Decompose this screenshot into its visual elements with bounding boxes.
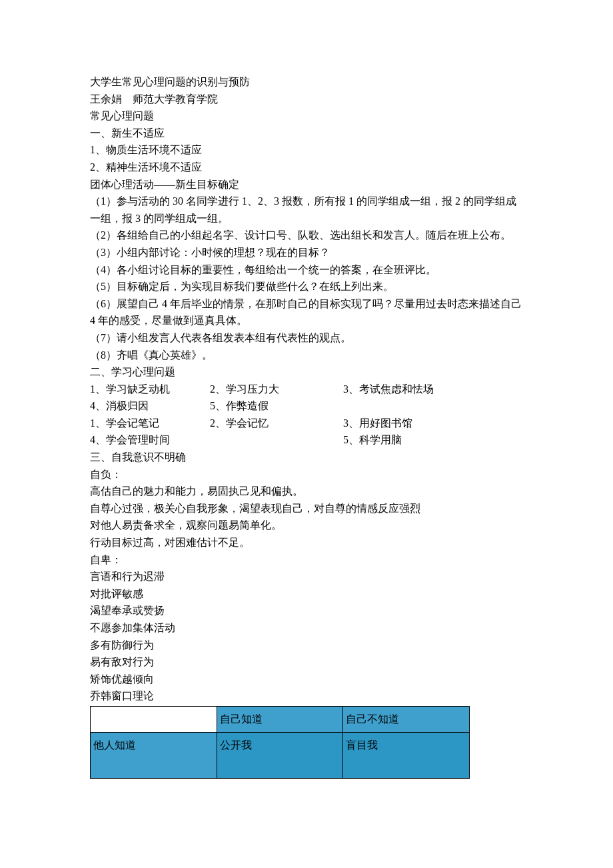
section-common: 常见心理问题 — [90, 107, 523, 125]
activity-step-4: （4）各小组讨论目标的重要性，每组给出一个统一的答案，在全班评比。 — [90, 261, 523, 279]
conceit-point-1: 高估自己的魅力和能力，易固执己见和偏执。 — [90, 483, 523, 500]
s2-r3-b: 2、学会记忆 — [210, 415, 343, 432]
section-2-heading: 二、学习心理问题 — [90, 363, 523, 381]
inferior-point-4: 不愿参加集体活动 — [90, 619, 523, 637]
s2-r1-b: 2、学习压力大 — [210, 381, 343, 398]
conceit-point-2: 自尊心过强，极关心自我形象，渴望表现自己，对自尊的情感反应强烈 — [90, 500, 523, 517]
doc-title: 大学生常见心理问题的识别与预防 — [90, 73, 523, 91]
conceit-point-4: 行动目标过高，对困难估计不足。 — [90, 534, 523, 551]
inferior-point-2: 对批评敏感 — [90, 585, 523, 603]
johari-col-self-unknown: 自己不知道 — [343, 706, 470, 732]
johari-row-others-known: 他人知道 — [91, 732, 217, 778]
document-page: 大学生常见心理问题的识别与预防 王余娟 师范大学教育学院 常见心理问题 一、新生… — [0, 0, 613, 868]
johari-table: 自己知道 自己不知道 他人知道 公开我 盲目我 — [90, 706, 470, 779]
section-1-heading: 一、新生不适应 — [90, 125, 523, 142]
inferior-point-5: 多有防御行为 — [90, 637, 523, 654]
s2-r2-b: 5、作弊造假 — [210, 397, 343, 415]
johari-col-self-known: 自己知道 — [217, 706, 343, 732]
inferior-point-7: 矫饰优越倾向 — [90, 671, 523, 688]
s2-r3-c: 3、用好图书馆 — [343, 415, 523, 432]
activity-step-8: （8）齐唱《真心英雄》。 — [90, 347, 523, 364]
s2-r1-c: 3、考试焦虑和怯场 — [343, 381, 523, 398]
inferior-point-6: 易有敌对行为 — [90, 653, 523, 671]
activity-step-6: （6）展望自己 4 年后毕业的情景，在那时自己的目标实现了吗？尽量用过去时态来描… — [90, 295, 523, 329]
conceit-label: 自负： — [90, 466, 523, 483]
s2-r2-a: 4、消极归因 — [90, 397, 210, 415]
s2-r1-a: 1、学习缺乏动机 — [90, 381, 210, 398]
johari-blank-cell — [91, 706, 217, 732]
johari-title: 乔韩窗口理论 — [90, 687, 523, 705]
johari-cell-open: 公开我 — [217, 732, 343, 778]
activity-title: 团体心理活动——新生目标确定 — [90, 176, 523, 193]
s2-row-2: 4、消极归因 5、作弊造假 — [90, 397, 523, 415]
inferior-point-1: 言语和行为迟滞 — [90, 568, 523, 585]
johari-body-row: 他人知道 公开我 盲目我 — [91, 732, 470, 778]
activity-step-5: （5）目标确定后，为实现目标我们要做些什么？在纸上列出来。 — [90, 278, 523, 295]
s1-item-2: 2、精神生活环境不适应 — [90, 159, 523, 176]
johari-cell-blind: 盲目我 — [343, 732, 470, 778]
s2-r2-c — [343, 397, 523, 415]
conceit-point-3: 对他人易责备求全，观察问题易简单化。 — [90, 517, 523, 534]
activity-step-3: （3）小组内部讨论：小时候的理想？现在的目标？ — [90, 244, 523, 261]
s2-r4-c: 5、科学用脑 — [343, 431, 523, 449]
activity-step-7: （7）请小组发言人代表各组发表本组有代表性的观点。 — [90, 329, 523, 347]
s2-row-3: 1、学会记笔记 2、学会记忆 3、用好图书馆 — [90, 415, 523, 432]
s2-row-4: 4、学会管理时间 5、科学用脑 — [90, 431, 523, 449]
s2-r3-a: 1、学会记笔记 — [90, 415, 210, 432]
s1-item-1: 1、物质生活环境不适应 — [90, 141, 523, 159]
activity-step-2: （2）各组给自己的小组起名字、设计口号、队歌、选出组长和发言人。随后在班上公布。 — [90, 227, 523, 244]
s2-row-1: 1、学习缺乏动机 2、学习压力大 3、考试焦虑和怯场 — [90, 381, 523, 398]
section-3-heading: 三、自我意识不明确 — [90, 449, 523, 466]
activity-step-1: （1）参与活动的 30 名同学进行 1、2、3 报数，所有报 1 的同学组成一组… — [90, 193, 523, 227]
s2-r4-a: 4、学会管理时间 — [90, 431, 343, 449]
author-line: 王余娟 师范大学教育学院 — [90, 91, 523, 108]
inferior-point-3: 渴望奉承或赞扬 — [90, 602, 523, 619]
inferior-label: 自卑： — [90, 551, 523, 569]
johari-header-row: 自己知道 自己不知道 — [91, 706, 470, 732]
